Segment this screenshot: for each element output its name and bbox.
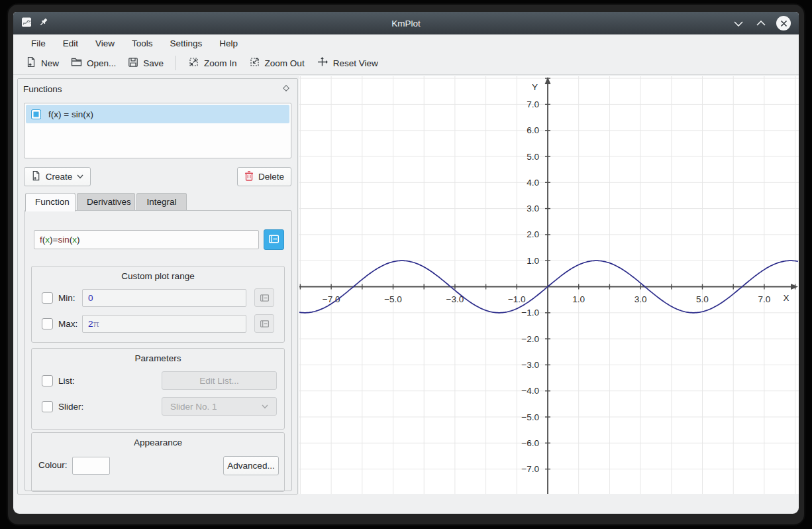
dock-header: Functions — [18, 79, 297, 97]
tab-derivatives[interactable]: Derivatives — [77, 193, 135, 211]
trash-icon — [244, 170, 254, 183]
chevron-down-icon — [262, 404, 268, 409]
functions-dock: Functions f(x) = sin(x) Create — [17, 78, 298, 495]
svg-text:7.0: 7.0 — [758, 294, 771, 304]
colour-swatch-button[interactable] — [72, 457, 110, 475]
list-item-label: f(x) = sin(x) — [48, 109, 93, 119]
delete-button[interactable]: Delete — [237, 167, 291, 186]
svg-text:5.0: 5.0 — [527, 152, 539, 162]
zoom-in-icon — [188, 56, 199, 70]
open-folder-icon — [71, 57, 82, 69]
equation-editor-icon — [268, 234, 279, 246]
new-document-icon — [26, 56, 36, 70]
zoom-in-button[interactable]: Zoom In — [182, 53, 243, 73]
slider-label: Slider: — [58, 402, 83, 412]
equation-input[interactable]: f(x) = sin(x) — [34, 230, 259, 249]
toolbar: New Open... Save Zoom In Zoom Out — [13, 52, 799, 75]
list-checkbox[interactable] — [42, 375, 53, 386]
dock-title: Functions — [23, 84, 62, 94]
menu-settings[interactable]: Settings — [163, 36, 210, 50]
svg-text:−2.0: −2.0 — [521, 334, 539, 344]
tab-function[interactable]: Function — [25, 193, 76, 211]
colour-label: Colour: — [38, 460, 68, 470]
max-equation-editor-button — [254, 314, 274, 333]
slider-checkbox[interactable] — [42, 401, 53, 412]
delete-button-label: Delete — [258, 172, 284, 182]
min-checkbox[interactable] — [42, 292, 53, 304]
advanced-button[interactable]: Advanced... — [223, 456, 279, 475]
plot-area[interactable]: −7.0−5.0−3.0−1.01.03.05.07.07.06.05.04.0… — [299, 76, 799, 494]
svg-text:−7.0: −7.0 — [521, 464, 539, 474]
tab-integral[interactable]: Integral — [136, 193, 187, 211]
create-button[interactable]: Create — [24, 167, 91, 186]
titlebar[interactable]: KmPlot — [13, 12, 799, 34]
custom-plot-range-title: Custom plot range — [32, 266, 284, 281]
plot-canvas[interactable]: −7.0−5.0−3.0−1.01.03.05.07.07.06.05.04.0… — [299, 76, 799, 494]
float-diamond-icon[interactable] — [281, 84, 291, 95]
new-function-icon — [31, 170, 41, 183]
function-tab-page: f(x) = sin(x) Custom plot range Min: 0 — [25, 210, 292, 491]
zoom-out-button-label: Zoom Out — [265, 58, 305, 68]
min-equation-editor-button — [254, 288, 274, 307]
svg-text:2.0: 2.0 — [527, 229, 539, 239]
slider-select: Slider No. 1 — [162, 397, 277, 416]
new-button-label: New — [41, 58, 59, 68]
menu-help[interactable]: Help — [212, 36, 245, 50]
menu-edit[interactable]: Edit — [56, 36, 85, 50]
shade-icon[interactable] — [731, 16, 746, 30]
function-list[interactable]: f(x) = sin(x) — [24, 103, 291, 158]
svg-text:4.0: 4.0 — [527, 178, 539, 188]
custom-plot-range-group: Custom plot range Min: 0 Max: 2π — [31, 266, 285, 343]
open-button-label: Open... — [87, 58, 116, 68]
list-label: List: — [58, 376, 75, 386]
equation-editor-button[interactable] — [264, 229, 284, 250]
chevron-down-icon — [77, 174, 83, 179]
svg-text:−6.0: −6.0 — [521, 438, 539, 448]
window-frame: KmPlot File Edit View Tools Setting — [8, 5, 804, 524]
zoom-out-icon — [249, 56, 260, 70]
reset-view-icon — [317, 56, 329, 70]
new-button[interactable]: New — [20, 53, 65, 73]
close-icon[interactable] — [776, 16, 791, 30]
svg-text:−5.0: −5.0 — [521, 412, 539, 422]
svg-text:Y: Y — [532, 82, 538, 92]
list-item[interactable]: f(x) = sin(x) — [26, 105, 289, 123]
open-button[interactable]: Open... — [65, 54, 122, 72]
svg-text:−3.0: −3.0 — [521, 360, 539, 370]
appearance-group: Appearance Colour: Advanced... — [31, 432, 285, 492]
parameters-title: Parameters — [32, 349, 284, 363]
zoom-out-button[interactable]: Zoom Out — [243, 53, 311, 73]
svg-text:6.0: 6.0 — [527, 125, 539, 135]
reset-view-button-label: Reset View — [333, 58, 378, 68]
tab-bar: Function Derivatives Integral — [25, 193, 188, 211]
min-label: Min: — [58, 293, 82, 303]
svg-text:7.0: 7.0 — [527, 99, 539, 109]
svg-text:−5.0: −5.0 — [384, 294, 402, 304]
max-checkbox[interactable] — [42, 318, 53, 329]
zoom-in-button-label: Zoom In — [204, 58, 237, 68]
svg-text:3.0: 3.0 — [527, 204, 539, 213]
appearance-title: Appearance — [32, 433, 284, 447]
maximize-icon[interactable] — [754, 16, 768, 30]
save-button-label: Save — [143, 58, 164, 68]
svg-text:X: X — [783, 293, 789, 303]
svg-text:3.0: 3.0 — [634, 294, 647, 304]
reset-view-button[interactable]: Reset View — [311, 53, 384, 73]
max-input[interactable]: 2π — [82, 315, 246, 333]
main-area: Functions f(x) = sin(x) Create — [13, 76, 799, 514]
save-icon — [128, 57, 138, 70]
svg-text:−1.0: −1.0 — [521, 308, 539, 318]
edit-list-button: Edit List... — [162, 371, 277, 390]
save-button[interactable]: Save — [122, 54, 170, 73]
menu-view[interactable]: View — [88, 36, 122, 50]
svg-text:−4.0: −4.0 — [521, 386, 539, 396]
menu-tools[interactable]: Tools — [125, 36, 160, 50]
window-title: KmPlot — [13, 19, 799, 29]
svg-text:1.0: 1.0 — [572, 294, 585, 304]
menubar: File Edit View Tools Settings Help — [13, 34, 799, 52]
svg-text:5.0: 5.0 — [696, 294, 709, 304]
min-input[interactable]: 0 — [82, 289, 246, 307]
function-visible-checkbox[interactable] — [31, 109, 41, 119]
kmplot-window: KmPlot File Edit View Tools Setting — [13, 12, 799, 514]
menu-file[interactable]: File — [24, 36, 53, 50]
